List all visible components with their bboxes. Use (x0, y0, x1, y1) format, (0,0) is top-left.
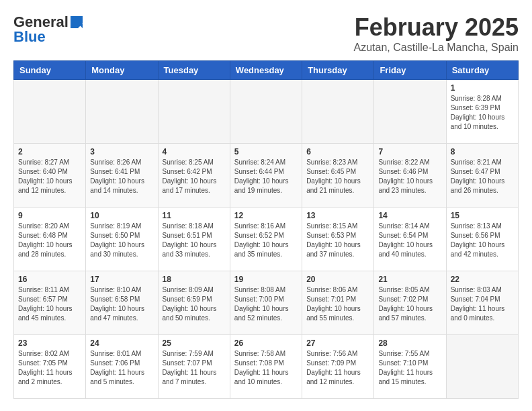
calendar-cell: 22Sunrise: 8:03 AM Sunset: 7:04 PM Dayli… (446, 271, 518, 335)
weekday-header-sunday: Sunday (14, 61, 86, 80)
weekday-header-monday: Monday (86, 61, 158, 80)
title-section: February 2025 Azutan, Castille-La Mancha… (354, 13, 519, 54)
day-number: 13 (306, 211, 369, 220)
day-number: 20 (306, 275, 369, 284)
day-info: Sunrise: 8:01 AM Sunset: 7:06 PM Dayligh… (90, 349, 153, 387)
week-row-1: 1Sunrise: 8:28 AM Sunset: 6:39 PM Daylig… (14, 80, 519, 144)
day-info: Sunrise: 8:22 AM Sunset: 6:46 PM Dayligh… (378, 158, 441, 195)
calendar-cell (302, 80, 374, 144)
day-info: Sunrise: 7:55 AM Sunset: 7:10 PM Dayligh… (378, 349, 441, 387)
day-number: 12 (234, 211, 298, 220)
day-info: Sunrise: 7:58 AM Sunset: 7:08 PM Dayligh… (234, 349, 298, 387)
calendar-cell: 4Sunrise: 8:25 AM Sunset: 6:42 PM Daylig… (158, 144, 230, 208)
day-number: 8 (451, 147, 514, 156)
day-info: Sunrise: 8:19 AM Sunset: 6:50 PM Dayligh… (90, 222, 153, 259)
day-number: 17 (90, 275, 153, 284)
day-number: 6 (306, 147, 369, 156)
calendar-cell: 15Sunrise: 8:13 AM Sunset: 6:56 PM Dayli… (446, 208, 518, 271)
calendar-cell: 23Sunrise: 8:02 AM Sunset: 7:05 PM Dayli… (14, 335, 86, 399)
month-title: February 2025 (354, 13, 519, 42)
calendar-cell: 13Sunrise: 8:15 AM Sunset: 6:53 PM Dayli… (302, 208, 374, 271)
day-number: 25 (163, 338, 226, 348)
day-info: Sunrise: 8:03 AM Sunset: 7:04 PM Dayligh… (451, 285, 514, 323)
day-number: 10 (90, 211, 153, 220)
calendar-cell: 12Sunrise: 8:16 AM Sunset: 6:52 PM Dayli… (230, 208, 302, 271)
day-number: 18 (163, 275, 226, 284)
day-info: Sunrise: 8:21 AM Sunset: 6:47 PM Dayligh… (451, 158, 514, 195)
day-info: Sunrise: 8:15 AM Sunset: 6:53 PM Dayligh… (306, 222, 369, 259)
day-info: Sunrise: 8:20 AM Sunset: 6:48 PM Dayligh… (18, 222, 81, 259)
day-number: 2 (18, 147, 81, 156)
calendar-cell: 18Sunrise: 8:09 AM Sunset: 6:59 PM Dayli… (158, 271, 230, 335)
calendar-cell: 16Sunrise: 8:11 AM Sunset: 6:57 PM Dayli… (14, 271, 86, 335)
day-info: Sunrise: 8:16 AM Sunset: 6:52 PM Dayligh… (234, 222, 298, 259)
calendar-cell (230, 80, 302, 144)
day-info: Sunrise: 8:06 AM Sunset: 7:01 PM Dayligh… (306, 285, 369, 323)
day-number: 28 (378, 338, 441, 348)
day-number: 5 (234, 147, 298, 156)
week-row-5: 23Sunrise: 8:02 AM Sunset: 7:05 PM Dayli… (14, 335, 519, 399)
calendar-cell: 20Sunrise: 8:06 AM Sunset: 7:01 PM Dayli… (302, 271, 374, 335)
day-number: 4 (163, 147, 226, 156)
calendar-cell (86, 80, 158, 144)
day-info: Sunrise: 8:11 AM Sunset: 6:57 PM Dayligh… (18, 285, 81, 323)
day-number: 27 (306, 338, 369, 348)
day-info: Sunrise: 8:10 AM Sunset: 6:58 PM Dayligh… (90, 285, 153, 323)
day-info: Sunrise: 8:08 AM Sunset: 7:00 PM Dayligh… (234, 285, 298, 323)
calendar-cell: 14Sunrise: 8:14 AM Sunset: 6:54 PM Dayli… (374, 208, 446, 271)
day-info: Sunrise: 8:09 AM Sunset: 6:59 PM Dayligh… (163, 285, 226, 323)
calendar-cell: 6Sunrise: 8:23 AM Sunset: 6:45 PM Daylig… (302, 144, 374, 208)
day-number: 1 (451, 83, 514, 93)
day-number: 15 (451, 211, 514, 220)
week-row-4: 16Sunrise: 8:11 AM Sunset: 6:57 PM Dayli… (14, 271, 519, 335)
weekday-header-tuesday: Tuesday (158, 61, 230, 80)
calendar-cell: 1Sunrise: 8:28 AM Sunset: 6:39 PM Daylig… (446, 80, 518, 144)
calendar-cell: 5Sunrise: 8:24 AM Sunset: 6:44 PM Daylig… (230, 144, 302, 208)
day-info: Sunrise: 8:13 AM Sunset: 6:56 PM Dayligh… (451, 222, 514, 259)
day-info: Sunrise: 8:24 AM Sunset: 6:44 PM Dayligh… (234, 158, 298, 195)
logo-icon (69, 15, 84, 30)
calendar-cell: 27Sunrise: 7:56 AM Sunset: 7:09 PM Dayli… (302, 335, 374, 399)
calendar-cell: 26Sunrise: 7:58 AM Sunset: 7:08 PM Dayli… (230, 335, 302, 399)
day-info: Sunrise: 8:26 AM Sunset: 6:41 PM Dayligh… (90, 158, 153, 195)
day-info: Sunrise: 8:18 AM Sunset: 6:51 PM Dayligh… (163, 222, 226, 259)
day-number: 14 (378, 211, 441, 220)
day-info: Sunrise: 7:59 AM Sunset: 7:07 PM Dayligh… (163, 349, 226, 387)
calendar-cell: 25Sunrise: 7:59 AM Sunset: 7:07 PM Dayli… (158, 335, 230, 399)
day-number: 7 (378, 147, 441, 156)
calendar-cell: 24Sunrise: 8:01 AM Sunset: 7:06 PM Dayli… (86, 335, 158, 399)
day-number: 3 (90, 147, 153, 156)
day-number: 16 (18, 275, 81, 284)
location-subtitle: Azutan, Castille-La Mancha, Spain (354, 42, 519, 54)
calendar-cell: 7Sunrise: 8:22 AM Sunset: 6:46 PM Daylig… (374, 144, 446, 208)
calendar-cell: 19Sunrise: 8:08 AM Sunset: 7:00 PM Dayli… (230, 271, 302, 335)
weekday-header-thursday: Thursday (302, 61, 374, 80)
week-row-3: 9Sunrise: 8:20 AM Sunset: 6:48 PM Daylig… (14, 208, 519, 271)
day-number: 9 (18, 211, 81, 220)
calendar-cell (158, 80, 230, 144)
page-header: General Blue February 2025 Azutan, Casti… (13, 13, 519, 54)
weekday-header-row: SundayMondayTuesdayWednesdayThursdayFrid… (14, 61, 519, 80)
day-info: Sunrise: 8:27 AM Sunset: 6:40 PM Dayligh… (18, 158, 81, 195)
calendar-cell: 8Sunrise: 8:21 AM Sunset: 6:47 PM Daylig… (446, 144, 518, 208)
weekday-header-wednesday: Wednesday (230, 61, 302, 80)
calendar-cell: 21Sunrise: 8:05 AM Sunset: 7:02 PM Dayli… (374, 271, 446, 335)
calendar-cell: 28Sunrise: 7:55 AM Sunset: 7:10 PM Dayli… (374, 335, 446, 399)
week-row-2: 2Sunrise: 8:27 AM Sunset: 6:40 PM Daylig… (14, 144, 519, 208)
day-number: 26 (234, 338, 298, 348)
calendar-cell (446, 335, 518, 399)
day-info: Sunrise: 8:25 AM Sunset: 6:42 PM Dayligh… (163, 158, 226, 195)
day-info: Sunrise: 7:56 AM Sunset: 7:09 PM Dayligh… (306, 349, 369, 387)
day-number: 22 (451, 275, 514, 284)
weekday-header-friday: Friday (374, 61, 446, 80)
calendar-cell: 11Sunrise: 8:18 AM Sunset: 6:51 PM Dayli… (158, 208, 230, 271)
logo: General Blue (13, 13, 85, 46)
day-number: 19 (234, 275, 298, 284)
day-number: 11 (163, 211, 226, 220)
day-info: Sunrise: 8:23 AM Sunset: 6:45 PM Dayligh… (306, 158, 369, 195)
weekday-header-saturday: Saturday (446, 61, 518, 80)
calendar-cell: 9Sunrise: 8:20 AM Sunset: 6:48 PM Daylig… (14, 208, 86, 271)
calendar-cell (14, 80, 86, 144)
calendar-cell: 10Sunrise: 8:19 AM Sunset: 6:50 PM Dayli… (86, 208, 158, 271)
day-info: Sunrise: 8:28 AM Sunset: 6:39 PM Dayligh… (451, 94, 514, 132)
